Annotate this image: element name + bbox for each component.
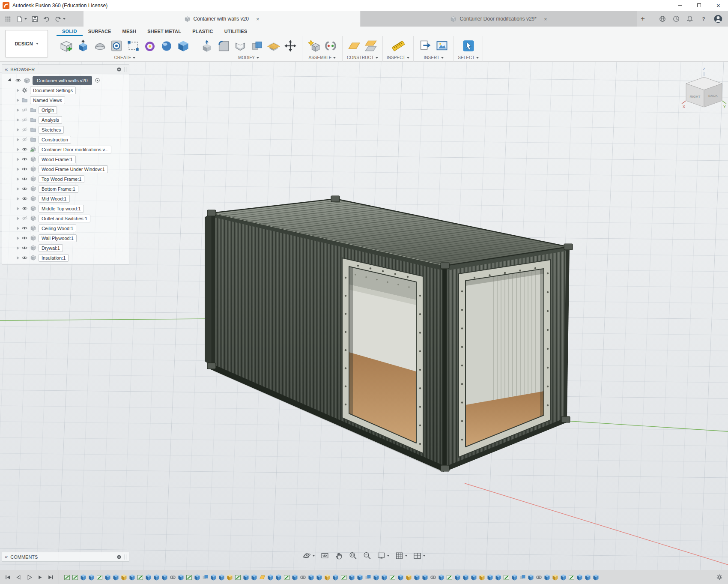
browser-item-label[interactable]: Top Wood Frame:1 — [39, 175, 84, 183]
browser-panel[interactable]: « BROWSER Container with walls v20Docume… — [2, 64, 129, 265]
panel-grip-handle[interactable] — [125, 67, 126, 72]
expand-icon[interactable] — [17, 246, 19, 250]
browser-item-row[interactable]: Mid Wood:1 — [2, 194, 129, 204]
select-button[interactable] — [461, 38, 476, 54]
timeline-feature-extrude[interactable] — [495, 574, 501, 581]
zoom-button[interactable] — [363, 551, 372, 560]
expand-icon[interactable] — [17, 158, 19, 161]
browser-item-label[interactable]: Wood Frame Under Window:1 — [39, 165, 108, 173]
help-button[interactable]: ? — [700, 15, 707, 23]
timeline-feature-extrude[interactable] — [89, 574, 94, 581]
expand-icon[interactable] — [17, 148, 19, 151]
view-cube[interactable]: Z RIGHT BACK X Y — [680, 65, 728, 111]
timeline-feature-combine[interactable] — [365, 574, 371, 581]
timeline-feature-extrude[interactable] — [422, 574, 428, 581]
grid-settings-button[interactable] — [395, 551, 408, 560]
group-dropdown-modify[interactable]: MODIFY — [238, 55, 259, 60]
group-dropdown-insert[interactable]: INSERT — [424, 55, 444, 60]
expand-icon[interactable] — [17, 187, 19, 191]
hole-button[interactable] — [109, 38, 124, 54]
document-tab-2[interactable]: Container Door modifcations v29*× — [361, 11, 637, 27]
visibility-eye-icon[interactable] — [21, 186, 28, 192]
timeline-feature-extrude[interactable] — [414, 574, 420, 581]
visibility-eye-icon[interactable] — [21, 195, 28, 202]
timeline-feature-component[interactable] — [552, 574, 558, 581]
browser-item-row[interactable]: Wall Plywood:1 — [2, 233, 129, 243]
minimize-button[interactable] — [670, 0, 689, 11]
panel-grip-handle[interactable] — [125, 554, 126, 560]
timeline-feature-extrude[interactable] — [528, 574, 534, 581]
ribbon-tab-solid[interactable]: SOLID — [57, 27, 83, 36]
browser-item-row[interactable]: Middle Top wood:1 — [2, 204, 129, 213]
close-tab-icon[interactable]: × — [256, 16, 260, 22]
expand-icon[interactable] — [17, 128, 19, 132]
ribbon-tab-sheet-metal[interactable]: SHEET METAL — [142, 27, 187, 36]
timeline-feature-component[interactable] — [227, 574, 233, 581]
timeline-feature-component[interactable] — [325, 574, 330, 581]
timeline-feature-extrude[interactable] — [585, 574, 591, 581]
visibility-eye-icon[interactable] — [21, 235, 28, 241]
timeline-feature-extrude[interactable] — [243, 574, 249, 581]
shell-button[interactable] — [233, 38, 248, 54]
timeline-settings-button[interactable] — [716, 574, 728, 581]
timeline-play-button[interactable] — [26, 574, 33, 581]
viewcube-face-label-back[interactable]: BACK — [708, 94, 718, 98]
save-button[interactable] — [31, 15, 39, 23]
construction-plane-button[interactable] — [346, 38, 362, 54]
timeline-feature-joint[interactable] — [300, 574, 306, 581]
visibility-eye-icon[interactable] — [21, 205, 28, 212]
timeline-skip-end-button[interactable] — [47, 574, 54, 581]
group-dropdown-assemble[interactable]: ASSEMBLE — [309, 55, 336, 60]
expand-icon[interactable] — [17, 217, 19, 220]
timeline-feature-sketch[interactable] — [284, 574, 289, 581]
timeline-feature-extrude[interactable] — [268, 574, 273, 581]
timeline-feature-plane[interactable] — [260, 574, 265, 581]
visibility-eye-off-icon[interactable] — [21, 117, 28, 123]
timeline-feature-component[interactable] — [479, 574, 485, 581]
press-pull-button[interactable] — [199, 38, 215, 54]
browser-root-row[interactable]: Container with walls v20 — [2, 75, 129, 85]
browser-item-label[interactable]: Drywal:1 — [39, 244, 63, 252]
browser-item-row[interactable]: Wood Frame Under Window:1 — [2, 164, 129, 174]
timeline-feature-component[interactable] — [406, 574, 412, 581]
browser-item-label[interactable]: Document Settings — [30, 87, 76, 94]
activate-component-radio[interactable] — [94, 77, 101, 84]
look-at-button[interactable] — [321, 551, 329, 560]
browser-item-row[interactable]: Construction — [2, 135, 129, 144]
close-tab-icon[interactable]: × — [544, 16, 547, 22]
expand-collapse-icon[interactable] — [7, 78, 13, 83]
timeline-feature-sketch[interactable] — [447, 574, 452, 581]
expand-icon[interactable] — [17, 256, 19, 260]
timeline-feature-extrude[interactable] — [487, 574, 493, 581]
ribbon-tab-plastic[interactable]: PLASTIC — [187, 27, 218, 36]
browser-item-label[interactable]: Middle Top wood:1 — [39, 205, 84, 213]
timeline-feature-extrude[interactable] — [544, 574, 550, 581]
browser-filter-icon[interactable] — [116, 66, 122, 72]
timeline-feature-extrude[interactable] — [113, 574, 119, 581]
browser-item-row[interactable]: Outlet and Switches:1 — [2, 213, 129, 223]
browser-item-row[interactable]: Bottom Frame:1 — [2, 184, 129, 194]
expand-icon[interactable] — [17, 177, 19, 181]
zoom-window-button[interactable] — [349, 551, 358, 560]
coil-button[interactable] — [142, 38, 158, 54]
visibility-eye-icon[interactable] — [21, 245, 28, 251]
timeline-feature-sketch[interactable] — [341, 574, 346, 581]
combine-button[interactable] — [249, 38, 265, 54]
timeline-feature-extrude[interactable] — [398, 574, 403, 581]
timeline-feature-extrude[interactable] — [455, 574, 460, 581]
timeline-feature-sketch[interactable] — [504, 574, 509, 581]
browser-panel-header[interactable]: « BROWSER — [2, 65, 129, 74]
browser-item-label[interactable]: Insulation:1 — [39, 254, 69, 262]
close-button[interactable]: × — [709, 0, 728, 11]
maximize-button[interactable] — [689, 0, 709, 11]
timeline-feature-extrude[interactable] — [154, 574, 159, 581]
expand-icon[interactable] — [17, 108, 19, 112]
browser-item-label[interactable]: Named Views — [30, 96, 65, 104]
timeline-skip-start-button[interactable] — [4, 574, 12, 581]
expand-icon[interactable] — [17, 89, 19, 92]
browser-item-row[interactable]: Insulation:1 — [2, 253, 129, 263]
browser-item-label[interactable]: Ceiling Wood:1 — [39, 225, 76, 232]
browser-item-label[interactable]: Analysis — [39, 116, 62, 124]
browser-item-row[interactable]: Top Wood Frame:1 — [2, 174, 129, 184]
timeline-feature-extrude[interactable] — [382, 574, 387, 581]
